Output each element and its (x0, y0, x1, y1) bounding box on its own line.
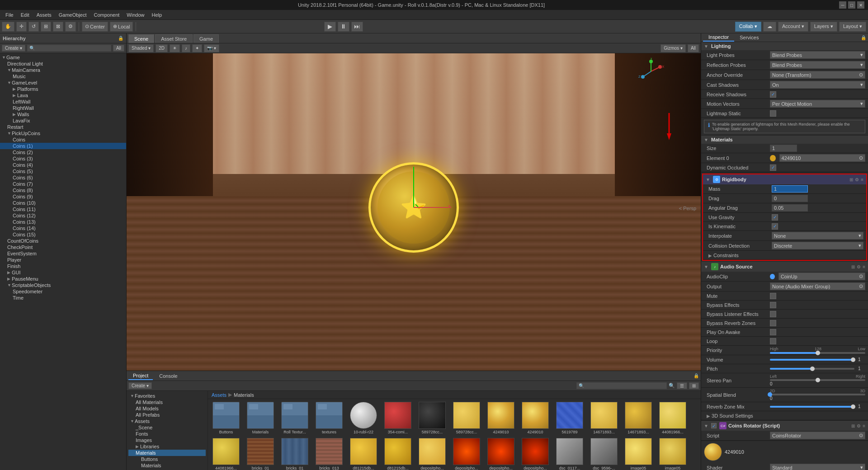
step-button[interactable]: ⏭ (351, 22, 363, 32)
asset-buttons-folder[interactable]: Buttons (210, 401, 242, 435)
tree-item-walls[interactable]: ▶ Walls (0, 111, 126, 118)
asset-depositpho-3[interactable]: depositpho... (485, 437, 517, 470)
tree-item-pickupcoins[interactable]: ▼ PickUpCoins (0, 130, 126, 136)
layers-button[interactable]: Layers ▾ (810, 22, 837, 32)
asset-589728cc2[interactable]: 589728cc... (450, 401, 483, 435)
asset-14671893-1[interactable]: 14671893... (588, 401, 620, 435)
loop-checkbox[interactable] (770, 338, 776, 344)
tree-item-player[interactable]: Player (0, 257, 126, 263)
fx-button[interactable]: ✦ (192, 44, 202, 52)
assets-view-button[interactable]: ⊞ (689, 382, 699, 389)
hierarchy-search-input[interactable] (27, 45, 111, 52)
tool-hand[interactable]: ✋ (2, 22, 14, 32)
mass-input[interactable]: 1 (772, 185, 808, 193)
asset-589728cc1[interactable]: 589728cc... (416, 401, 448, 435)
tree-item-time[interactable]: Time (0, 295, 126, 301)
shader-dropdown[interactable]: Standard▾ (770, 464, 865, 470)
asset-10rubl[interactable]: 10-rubl-r22 (347, 401, 380, 435)
reverb-slider[interactable] (770, 406, 854, 408)
asset-354comi[interactable]: 354-comi... (382, 401, 414, 435)
tree-item-maincamera[interactable]: ▼ MainCamera (0, 67, 126, 73)
layout-button[interactable]: Layout ▾ (839, 22, 866, 32)
pitch-slider[interactable] (770, 368, 854, 370)
tree-item-coins4[interactable]: Coins (4) (0, 162, 126, 168)
tree-item-game[interactable]: ▼ Game (0, 54, 126, 61)
breadcrumb-materials[interactable]: Materials (234, 392, 254, 398)
tree-item-coins15[interactable]: Coins (15) (0, 231, 126, 238)
scene-view[interactable]: ⭐ (127, 53, 701, 371)
tree-materials2[interactable]: Materials (128, 462, 206, 469)
interpolate-dropdown[interactable]: None▾ (772, 232, 863, 240)
gizmos-button[interactable]: Gizmos ▾ (660, 44, 686, 52)
coins-rotator-settings-icon[interactable]: ⚙ (857, 423, 861, 428)
tree-all-models[interactable]: All Models (128, 405, 206, 412)
asset-depositpho-1[interactable]: depositpho... (416, 437, 448, 470)
asset-image05-2[interactable]: image05 (656, 437, 689, 470)
project-lock-icon[interactable]: 🔒 (693, 373, 699, 378)
tree-item-pausemenu[interactable]: ▶ PauseMenu (0, 276, 126, 282)
collab-button[interactable]: Collab ▾ (735, 22, 761, 32)
hierarchy-lock-icon[interactable]: 🔒 (118, 36, 123, 41)
tree-item-coins8[interactable]: Coins (8) (0, 187, 126, 193)
asset-image05-1[interactable]: image05 (622, 437, 655, 470)
sound-settings-collapse[interactable]: ▶ (707, 414, 710, 418)
collision-detection-dropdown[interactable]: Discrete▾ (772, 242, 863, 249)
constraints-collapse-icon[interactable]: ▶ (708, 253, 712, 258)
tool-rect[interactable]: ⊠ (53, 22, 63, 32)
tree-item-gamelevel[interactable]: ▼ GameLevel (0, 80, 126, 86)
tab-inspector[interactable]: Inspector (703, 33, 734, 42)
tree-item-coins6[interactable]: Coins (6) (0, 174, 126, 181)
tree-item-coins2[interactable]: Coins (2) (0, 149, 126, 155)
local-button[interactable]: ⊕ Local (110, 22, 133, 32)
tree-item-restart[interactable]: Restart (0, 124, 126, 130)
mute-checkbox[interactable] (770, 293, 776, 299)
lightmap-static-checkbox[interactable] (770, 110, 776, 117)
asset-bricks01-1[interactable]: bricks_01 (244, 437, 277, 470)
motion-vectors-dropdown[interactable]: Per Object Motion▾ (770, 100, 865, 108)
rigidbody-header[interactable]: ▼ ⚙ Rigidbody ⊞ ⚙ ≡ (703, 174, 866, 184)
lighting-header[interactable]: ▼ Lighting (701, 42, 868, 50)
tool-transform[interactable]: ⚙ (65, 22, 76, 32)
tab-scene[interactable]: Scene (128, 34, 154, 43)
bypass-effects-checkbox[interactable] (770, 302, 776, 308)
receive-shadows-checkbox[interactable] (770, 91, 776, 98)
tree-item-coins[interactable]: Coins (0, 136, 126, 143)
tab-game[interactable]: Game (193, 34, 219, 43)
bypass-listener-checkbox[interactable] (770, 311, 776, 317)
tree-fonts[interactable]: Fonts (128, 431, 206, 437)
minimize-button[interactable]: ─ (839, 1, 846, 9)
all-layers-button[interactable]: All (688, 44, 699, 52)
asset-depositpho-4[interactable]: depositpho... (519, 437, 552, 470)
center-button[interactable]: ⊙ Center (82, 22, 108, 32)
tab-services[interactable]: Services (734, 34, 764, 41)
audio-settings-icon[interactable]: ⚙ (857, 264, 861, 269)
tree-item-lavafix[interactable]: LavaFix (0, 118, 126, 124)
hierarchy-all-button[interactable]: All (113, 45, 124, 52)
spatial-slider[interactable] (770, 394, 865, 395)
element0-dropdown[interactable]: 4249010⊙ (779, 154, 865, 162)
tree-item-coins5[interactable]: Coins (5) (0, 168, 126, 174)
play-button[interactable]: ▶ (324, 22, 336, 32)
tab-project[interactable]: Project (128, 372, 153, 380)
tree-item-eventsystem[interactable]: EventSystem (0, 250, 126, 257)
audio-menu-icon[interactable]: ≡ (863, 264, 865, 269)
account-button[interactable]: Account ▾ (778, 22, 808, 32)
tree-buttons[interactable]: Buttons (128, 456, 206, 462)
rigidbody-menu-icon[interactable]: ≡ (861, 177, 863, 182)
output-dropdown[interactable]: None (Audio Mixer Group)⊙ (770, 282, 865, 290)
assets-create-button[interactable]: Create ▾ (128, 382, 152, 389)
asset-14671893-2[interactable]: 14671893... (622, 401, 655, 435)
cast-shadows-dropdown[interactable]: On▾ (770, 81, 865, 89)
audio-button[interactable]: ♪ (182, 44, 190, 52)
breadcrumb-assets[interactable]: Assets (212, 392, 226, 398)
asset-44081966-2[interactable]: 44081966... (210, 437, 242, 470)
play-on-awake-checkbox[interactable] (770, 329, 776, 335)
audio-source-header[interactable]: ▼ ♪ Audio Source ⊞ ⚙ ≡ (701, 262, 868, 272)
close-button[interactable]: ✕ (857, 1, 864, 9)
tree-item-coins14[interactable]: Coins (14) (0, 225, 126, 231)
asset-44081966-1[interactable]: 44081966... (656, 401, 689, 435)
asset-bricks013[interactable]: bricks_013 (313, 437, 345, 470)
tree-item-rightwall[interactable]: RightWall (0, 105, 126, 111)
scene-filter[interactable]: 📷 ▾ (204, 44, 219, 52)
tree-item-checkpoint[interactable]: CheckPoint (0, 244, 126, 250)
